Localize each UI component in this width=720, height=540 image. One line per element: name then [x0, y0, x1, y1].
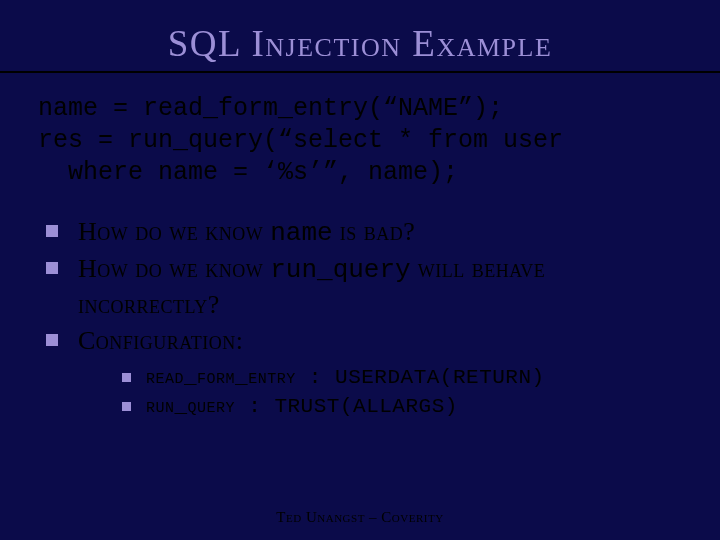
- bullet-item-3: Configuration: read_form_entry : USERDAT…: [42, 324, 682, 421]
- sub-bullet-list: read_form_entry : USERDATA(RETURN) run_q…: [120, 364, 682, 421]
- bullet-text: is bad?: [333, 217, 416, 246]
- slide-footer: Ted Unangst – Coverity: [0, 509, 720, 526]
- bullet-item-2: How do we know run_query will behave inc…: [42, 252, 682, 322]
- code-line-3: where name = ‘%s’”, name);: [38, 158, 458, 187]
- title-rule: [0, 71, 720, 73]
- bullet-text: Configuration:: [78, 326, 244, 355]
- slide: SQL Injection Example name = read_form_e…: [0, 0, 720, 540]
- bullet-code: name: [270, 218, 332, 248]
- bullet-text: How do we know: [78, 217, 270, 246]
- code-line-1: name = read_form_entry(“NAME”);: [38, 94, 503, 123]
- bullet-item-1: How do we know name is bad?: [42, 215, 682, 250]
- sub-bullet-2: run_query : TRUST(ALLARGS): [120, 393, 682, 421]
- code-line-2: res = run_query(“select * from user: [38, 126, 563, 155]
- bullet-text: How do we know: [78, 254, 270, 283]
- code-block: name = read_form_entry(“NAME”); res = ru…: [38, 93, 682, 189]
- slide-title: SQL Injection Example: [38, 22, 682, 65]
- bullet-list: How do we know name is bad? How do we kn…: [42, 215, 682, 421]
- bullet-code: run_query: [270, 255, 410, 285]
- sub-bullet-1: read_form_entry : USERDATA(RETURN): [120, 364, 682, 392]
